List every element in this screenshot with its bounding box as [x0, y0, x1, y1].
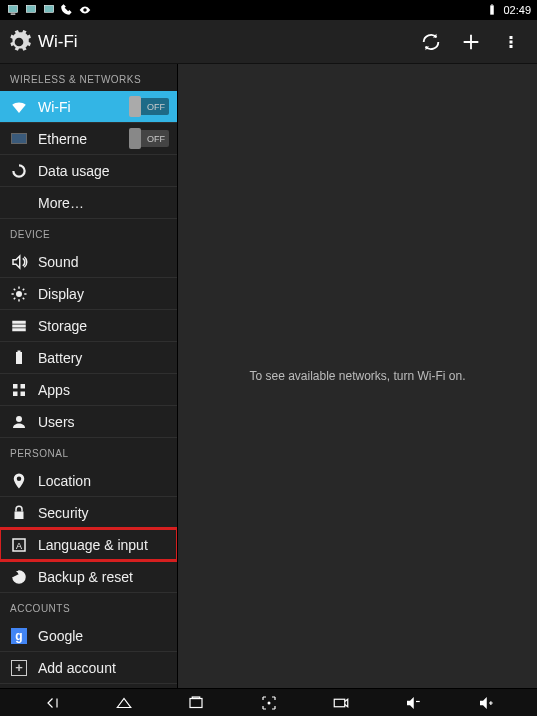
- notification-icon: [24, 3, 38, 17]
- battery-icon: [485, 3, 499, 17]
- nav-back-button[interactable]: [30, 690, 72, 716]
- status-bar: 02:49: [0, 0, 537, 20]
- sidebar-item-apps[interactable]: Apps: [0, 374, 177, 406]
- nav-volume-up-button[interactable]: [465, 690, 507, 716]
- sidebar-item-display[interactable]: Display: [0, 278, 177, 310]
- svg-text:A: A: [16, 540, 22, 550]
- eye-icon: [78, 3, 92, 17]
- sidebar-item-label: Language & input: [38, 537, 169, 553]
- svg-rect-17: [13, 391, 18, 396]
- nav-recent-button[interactable]: [175, 690, 217, 716]
- sidebar-item-google[interactable]: g Google: [0, 620, 177, 652]
- sidebar-item-label: Data usage: [38, 163, 169, 179]
- nav-volume-down-button[interactable]: [392, 690, 434, 716]
- sound-icon: [10, 253, 28, 271]
- svg-rect-2: [26, 5, 35, 12]
- sidebar-item-users[interactable]: Users: [0, 406, 177, 438]
- svg-point-25: [267, 701, 270, 704]
- svg-rect-18: [21, 391, 26, 396]
- sidebar-item-label: Etherne: [38, 131, 129, 147]
- svg-rect-13: [16, 352, 22, 364]
- main-area: WIRELESS & NETWORKS Wi-Fi OFF Etherne OF…: [0, 64, 537, 688]
- sidebar-item-sound[interactable]: Sound: [0, 246, 177, 278]
- svg-rect-3: [44, 5, 53, 12]
- display-icon: [10, 285, 28, 303]
- location-icon: [10, 472, 28, 490]
- sidebar-item-label: Users: [38, 414, 169, 430]
- empty-message: To see available networks, turn Wi-Fi on…: [249, 369, 465, 383]
- sidebar-item-label: Wi-Fi: [38, 99, 129, 115]
- data-usage-icon: [10, 162, 28, 180]
- add-account-icon: +: [10, 659, 28, 677]
- content-pane: To see available networks, turn Wi-Fi on…: [178, 64, 537, 688]
- storage-icon: [10, 317, 28, 335]
- sidebar-item-label: Security: [38, 505, 169, 521]
- sidebar-item-backup[interactable]: Backup & reset: [0, 561, 177, 593]
- sidebar-item-wifi[interactable]: Wi-Fi OFF: [0, 91, 177, 123]
- svg-rect-20: [15, 511, 24, 519]
- sidebar-item-label: Battery: [38, 350, 169, 366]
- status-right: 02:49: [485, 3, 531, 17]
- overflow-menu-button[interactable]: [491, 22, 531, 62]
- svg-point-19: [16, 416, 22, 422]
- svg-rect-0: [8, 5, 17, 12]
- nav-home-button[interactable]: [103, 690, 145, 716]
- ethernet-icon: [10, 130, 28, 148]
- screen: 02:49 Wi-Fi WIRELESS & NETWORKS Wi-Fi OF…: [0, 0, 537, 716]
- svg-rect-26: [334, 699, 345, 707]
- svg-rect-11: [12, 324, 26, 327]
- phone-icon: [60, 3, 74, 17]
- ethernet-toggle[interactable]: OFF: [129, 130, 169, 147]
- svg-rect-23: [190, 698, 202, 707]
- svg-point-9: [16, 291, 22, 297]
- sidebar-item-label: Location: [38, 473, 169, 489]
- sidebar-item-label: Sound: [38, 254, 169, 270]
- svg-rect-6: [510, 36, 513, 39]
- sidebar[interactable]: WIRELESS & NETWORKS Wi-Fi OFF Etherne OF…: [0, 64, 178, 688]
- svg-rect-1: [11, 14, 16, 15]
- section-header-personal: PERSONAL: [0, 438, 177, 465]
- svg-rect-8: [510, 45, 513, 48]
- svg-rect-12: [12, 328, 26, 331]
- nav-screenshot-button[interactable]: [248, 690, 290, 716]
- sidebar-item-more[interactable]: More…: [0, 187, 177, 219]
- notification-icon: [6, 3, 20, 17]
- nav-camera-button[interactable]: [320, 690, 362, 716]
- sidebar-item-ethernet[interactable]: Etherne OFF: [0, 123, 177, 155]
- page-title: Wi-Fi: [38, 32, 411, 52]
- settings-icon[interactable]: [6, 29, 32, 55]
- sidebar-item-security[interactable]: Security: [0, 497, 177, 529]
- add-button[interactable]: [451, 22, 491, 62]
- svg-rect-7: [510, 40, 513, 43]
- sidebar-item-label: More…: [38, 195, 169, 211]
- svg-rect-14: [18, 350, 21, 352]
- wifi-toggle[interactable]: OFF: [129, 98, 169, 115]
- sidebar-item-label: Google: [38, 628, 169, 644]
- sidebar-item-storage[interactable]: Storage: [0, 310, 177, 342]
- refresh-button[interactable]: [411, 22, 451, 62]
- backup-icon: [10, 568, 28, 586]
- svg-rect-5: [492, 4, 493, 5]
- language-icon: A: [10, 536, 28, 554]
- apps-icon: [10, 381, 28, 399]
- navigation-bar: [0, 688, 537, 716]
- svg-rect-16: [21, 384, 26, 389]
- google-icon: g: [10, 627, 28, 645]
- notification-icon: [42, 3, 56, 17]
- battery-icon: [10, 349, 28, 367]
- action-bar: Wi-Fi: [0, 20, 537, 64]
- sidebar-item-label: Backup & reset: [38, 569, 169, 585]
- section-header-accounts: ACCOUNTS: [0, 593, 177, 620]
- sidebar-item-battery[interactable]: Battery: [0, 342, 177, 374]
- sidebar-item-label: Add account: [38, 660, 169, 676]
- sidebar-item-add-account[interactable]: + Add account: [0, 652, 177, 684]
- svg-rect-15: [13, 384, 18, 389]
- sidebar-item-language[interactable]: A Language & input: [0, 529, 177, 561]
- section-header-device: DEVICE: [0, 219, 177, 246]
- sidebar-item-data-usage[interactable]: Data usage: [0, 155, 177, 187]
- sidebar-item-location[interactable]: Location: [0, 465, 177, 497]
- users-icon: [10, 413, 28, 431]
- lock-icon: [10, 504, 28, 522]
- sidebar-item-label: Apps: [38, 382, 169, 398]
- wifi-icon: [10, 98, 28, 116]
